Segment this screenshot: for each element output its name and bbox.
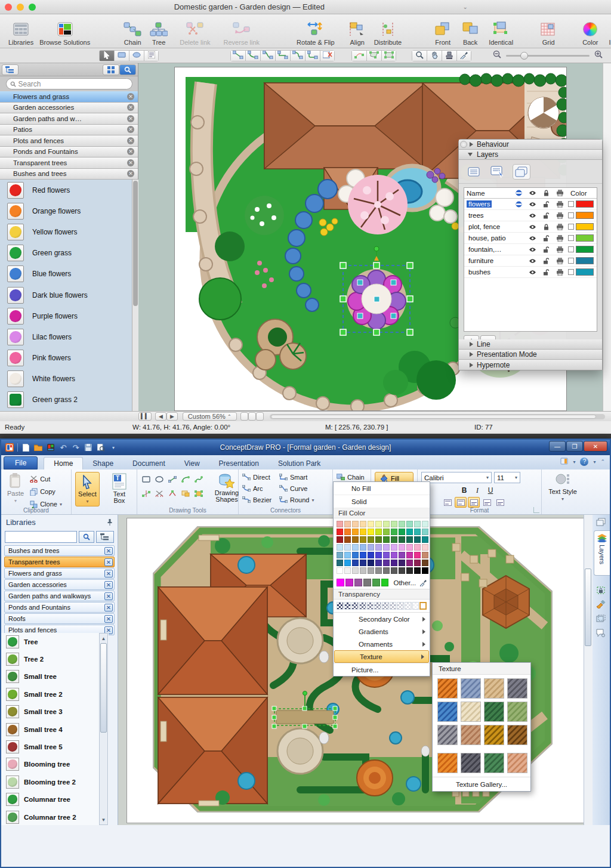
color-swatch[interactable] bbox=[360, 536, 366, 543]
color-swatch[interactable] bbox=[352, 544, 359, 551]
brush-icon[interactable] bbox=[595, 600, 606, 609]
color-swatch[interactable] bbox=[344, 567, 351, 574]
color-swatch[interactable] bbox=[337, 560, 343, 566]
smart-line-tool-button[interactable] bbox=[351, 50, 366, 61]
text-box-button[interactable]: T Text Box bbox=[106, 472, 133, 506]
color-swatch[interactable] bbox=[414, 552, 421, 558]
gradients-item[interactable]: Gradients bbox=[334, 625, 430, 638]
line-section[interactable]: Line bbox=[459, 339, 602, 350]
transparency-swatch[interactable] bbox=[412, 602, 419, 610]
rectangle-tool-button[interactable] bbox=[114, 50, 129, 61]
color-swatch[interactable] bbox=[422, 536, 428, 543]
layer-visibility-icon[interactable] bbox=[526, 270, 539, 275]
layer-color-chip[interactable] bbox=[576, 212, 594, 219]
eyedropper-icon[interactable] bbox=[419, 579, 427, 586]
close-library-icon[interactable]: ✕ bbox=[104, 604, 113, 611]
tree-button[interactable]: Tree bbox=[150, 20, 168, 46]
shape-item[interactable]: Red flowers bbox=[0, 180, 132, 200]
tab-file[interactable]: File bbox=[4, 456, 38, 469]
close-library-icon[interactable]: ✕ bbox=[104, 547, 113, 555]
texture-item[interactable]: Texture bbox=[334, 650, 429, 663]
paste-button[interactable]: Paste▾ bbox=[5, 472, 26, 509]
layer-web-icon[interactable] bbox=[512, 201, 526, 208]
color-swatch[interactable] bbox=[375, 536, 382, 543]
close-button[interactable]: ✕ bbox=[584, 441, 607, 452]
frame-icon[interactable] bbox=[595, 614, 606, 623]
transparency-swatch[interactable] bbox=[367, 602, 374, 610]
layer-color-chip[interactable] bbox=[576, 223, 594, 230]
color-swatch[interactable] bbox=[360, 552, 366, 558]
layer-visibility-icon[interactable] bbox=[526, 258, 539, 264]
color-swatch[interactable] bbox=[344, 544, 351, 551]
color-swatch[interactable] bbox=[375, 560, 382, 566]
shape-item[interactable]: Lilac flowers bbox=[0, 326, 132, 347]
layer-lock-icon[interactable] bbox=[539, 224, 553, 230]
shape-item[interactable]: Columnar tree bbox=[1, 791, 109, 808]
color-swatch[interactable] bbox=[383, 529, 390, 535]
comment-icon[interactable] bbox=[595, 628, 606, 638]
tab-solution-park[interactable]: Solution Park bbox=[269, 458, 330, 469]
transparency-swatch[interactable] bbox=[382, 602, 389, 610]
texture-swatch[interactable] bbox=[484, 678, 504, 699]
grid-button[interactable]: Grid bbox=[541, 20, 556, 46]
shape-item[interactable]: Columnar tree 2 bbox=[1, 808, 109, 825]
stamp-tool-button[interactable] bbox=[442, 50, 456, 61]
color-swatch[interactable] bbox=[368, 544, 374, 551]
color-swatch[interactable] bbox=[352, 552, 359, 558]
color-swatch[interactable] bbox=[368, 536, 374, 543]
layer-print-icon[interactable] bbox=[553, 212, 567, 219]
layer-pages-button[interactable] bbox=[513, 164, 530, 180]
layer-visibility-icon[interactable] bbox=[526, 202, 539, 207]
layer-print-icon[interactable] bbox=[553, 201, 567, 208]
mac-canvas-hscrollbar[interactable] bbox=[270, 414, 605, 419]
transparency-swatch[interactable] bbox=[351, 602, 359, 610]
color-swatch[interactable] bbox=[399, 560, 405, 566]
color-swatch[interactable] bbox=[399, 567, 405, 574]
texture-swatch[interactable] bbox=[507, 702, 527, 722]
solid-item[interactable]: Solid bbox=[334, 495, 430, 508]
bezier-connector-tool-button[interactable] bbox=[260, 50, 275, 61]
shape-item[interactable]: Small tree 4 bbox=[1, 721, 109, 738]
color-swatch[interactable] bbox=[368, 529, 374, 535]
shape-item[interactable]: Tree 2 bbox=[1, 650, 109, 668]
layer-row[interactable]: house, patio bbox=[464, 233, 597, 244]
texture-swatch[interactable] bbox=[507, 725, 527, 745]
inspectors-button[interactable]: iInspectors bbox=[609, 20, 611, 46]
color-swatch[interactable] bbox=[422, 544, 428, 551]
layer-visibility-icon[interactable] bbox=[526, 213, 539, 218]
distribute-button[interactable]: Distribute bbox=[374, 20, 402, 46]
color-swatch[interactable] bbox=[414, 529, 421, 535]
recent-color-swatch[interactable] bbox=[372, 579, 380, 586]
close-library-icon[interactable]: ✕ bbox=[127, 148, 134, 155]
color-swatch[interactable] bbox=[399, 552, 405, 558]
back-button[interactable]: Back bbox=[461, 20, 479, 46]
zoom-in-icon[interactable] bbox=[594, 50, 603, 61]
color-swatch[interactable] bbox=[360, 521, 366, 527]
align-bottom-button[interactable] bbox=[481, 497, 493, 508]
help-icon[interactable]: ? bbox=[580, 458, 588, 466]
hypernote-section[interactable]: Hypernote bbox=[459, 360, 602, 370]
shape-item[interactable]: Dark blue flowers bbox=[0, 285, 132, 305]
bold-button[interactable]: B bbox=[458, 485, 470, 496]
texture-swatch[interactable] bbox=[507, 753, 527, 773]
texture-swatch[interactable] bbox=[484, 702, 504, 722]
front-button[interactable]: Front bbox=[434, 20, 452, 46]
italic-button[interactable]: I bbox=[471, 485, 483, 496]
color-swatch[interactable] bbox=[391, 536, 397, 543]
pages-panel-icon[interactable] bbox=[595, 517, 606, 527]
close-library-icon[interactable]: ✕ bbox=[104, 592, 113, 600]
format-dialog-launcher-icon[interactable] bbox=[533, 507, 539, 513]
color-swatch[interactable] bbox=[344, 529, 351, 535]
color-swatch[interactable] bbox=[375, 521, 382, 527]
select-button[interactable]: Select▾ bbox=[75, 472, 100, 506]
color-swatch[interactable] bbox=[422, 567, 428, 574]
shape-item[interactable]: Pink flowers bbox=[0, 348, 132, 369]
layer-color-checkbox[interactable] bbox=[568, 258, 574, 264]
transparency-swatch[interactable] bbox=[359, 602, 366, 610]
color-swatch[interactable] bbox=[352, 529, 359, 535]
color-swatch[interactable] bbox=[406, 560, 413, 566]
close-traffic-light[interactable] bbox=[5, 4, 12, 11]
color-swatch[interactable] bbox=[352, 567, 359, 574]
color-swatch[interactable] bbox=[399, 536, 405, 543]
color-swatch[interactable] bbox=[375, 552, 382, 558]
